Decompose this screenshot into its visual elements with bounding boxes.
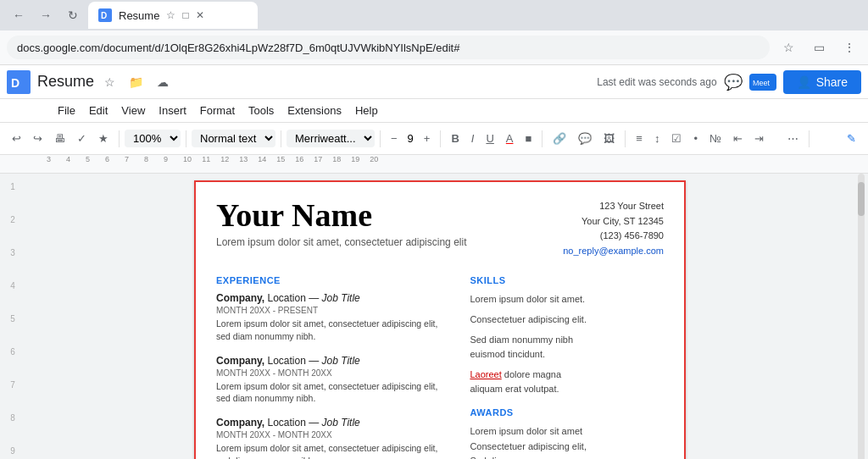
- menu-help[interactable]: Help: [348, 101, 385, 120]
- awards-line-1: Lorem ipsum dolor sit ametConsectetuer a…: [470, 424, 664, 459]
- align-button[interactable]: ≡: [631, 129, 648, 148]
- menu-tools[interactable]: Tools: [242, 101, 281, 120]
- svg-text:Meet: Meet: [753, 79, 771, 87]
- refresh-button[interactable]: ↻: [61, 3, 85, 27]
- doc-title[interactable]: Resume: [37, 73, 94, 91]
- link-button[interactable]: 🔗: [548, 129, 571, 148]
- toolbar-divider-2: [186, 130, 186, 147]
- comment-icon[interactable]: 💬: [724, 73, 743, 91]
- page-number-9: 9: [10, 446, 15, 456]
- svg-text:D: D: [101, 11, 107, 20]
- undo-button[interactable]: ↩: [7, 129, 26, 148]
- increase-indent-button[interactable]: ⇥: [749, 129, 769, 148]
- job-dates-2: MONTH 20XX - MONTH 20XX: [216, 368, 453, 378]
- forward-button[interactable]: →: [34, 3, 58, 27]
- menu-edit[interactable]: Edit: [82, 101, 114, 120]
- toolbar-divider-5: [440, 130, 441, 147]
- toolbar-divider-1: [119, 130, 120, 147]
- redo-button[interactable]: ↪: [28, 129, 47, 148]
- page-number-8: 8: [10, 413, 15, 423]
- back-button[interactable]: ←: [7, 3, 31, 27]
- skills-line-4: Laoreet dolore magnaaliquam erat volutpa…: [470, 368, 664, 397]
- cloud-icon[interactable]: ☁: [153, 72, 172, 92]
- menu-format[interactable]: Format: [193, 101, 242, 120]
- share-button[interactable]: 👤 Share: [783, 70, 861, 94]
- menu-file[interactable]: File: [51, 101, 82, 120]
- skills-link[interactable]: Laoreet: [470, 369, 501, 379]
- contact-email[interactable]: no_reply@example.com: [563, 244, 664, 259]
- active-tab[interactable]: D Resume ☆ □ ✕: [88, 2, 258, 29]
- folder-icon[interactable]: 📁: [125, 72, 147, 92]
- right-column: SKILLS Lorem ipsum dolor sit amet. Conse…: [470, 272, 664, 459]
- job-desc-2: Lorem ipsum dolor sit amet, consectetuer…: [216, 380, 453, 405]
- job-location-1: Location —: [267, 292, 321, 304]
- highlight-button[interactable]: ■: [520, 129, 537, 148]
- edit-mode-button[interactable]: ✎: [842, 129, 861, 148]
- scrollbar-thumb[interactable]: [858, 182, 865, 216]
- resume-name[interactable]: Your Name: [216, 199, 466, 231]
- extensions-icon[interactable]: ▭: [807, 36, 831, 59]
- right-sidebar: [854, 174, 868, 459]
- menu-view[interactable]: View: [114, 101, 152, 120]
- job-dates-3: MONTH 20XX - MONTH 20XX: [216, 430, 453, 440]
- ruler: 3 4 5 6 7 8 9 10 11 12 13 14 15 16 17 18…: [0, 155, 868, 174]
- job-role-1: Job Title: [322, 292, 360, 304]
- underline-button[interactable]: U: [481, 129, 498, 148]
- contact-phone: (123) 456-7890: [563, 229, 664, 244]
- resume-tagline: Lorem ipsum dolor sit amet, consectetuer…: [216, 236, 466, 248]
- decrease-indent-button[interactable]: ⇤: [728, 129, 748, 148]
- menu-icon[interactable]: ⋮: [837, 36, 861, 59]
- checklist-button[interactable]: ☑: [666, 129, 687, 148]
- image-button[interactable]: 🖼: [598, 129, 620, 148]
- skills-line-2: Consectetuer adipiscing elit.: [470, 312, 664, 328]
- paint-format-button[interactable]: ★: [93, 129, 114, 148]
- text-color-button[interactable]: A: [501, 129, 519, 148]
- comment-inline-button[interactable]: 💬: [573, 129, 597, 148]
- font-select[interactable]: Merriweatt...: [287, 130, 375, 147]
- italic-button[interactable]: I: [466, 129, 480, 148]
- tab-star-icon[interactable]: ☆: [166, 9, 175, 21]
- star-icon[interactable]: ☆: [101, 72, 119, 92]
- style-select[interactable]: Normal text: [192, 130, 275, 147]
- doc-area[interactable]: Your Name Lorem ipsum dolor sit amet, co…: [25, 174, 854, 459]
- toolbar-divider-8: [809, 130, 810, 147]
- name-section: Your Name Lorem ipsum dolor sit amet, co…: [216, 199, 466, 258]
- tab-close-button[interactable]: ✕: [196, 9, 204, 21]
- clear-format-button[interactable]: ⁠: [771, 129, 781, 148]
- job-entry-1: Company, Location — Job Title MONTH 20XX…: [216, 292, 453, 342]
- document-page[interactable]: Your Name Lorem ipsum dolor sit amet, co…: [194, 180, 686, 459]
- bold-button[interactable]: B: [446, 129, 464, 148]
- scrollbar-track: [858, 174, 865, 459]
- spell-check-button[interactable]: ✓: [72, 129, 92, 148]
- job-role-2: Job Title: [322, 355, 360, 367]
- page-numbers: 1 2 3 4 5 6 7 8 9 10 11 12 13 14: [0, 174, 25, 459]
- header-right-actions: 💬 Meet 👤 Share: [724, 70, 861, 94]
- docs-app: D Resume ☆ 📁 ☁ Last edit was seconds ago…: [0, 65, 868, 459]
- google-meet-icon[interactable]: Meet: [749, 74, 776, 91]
- experience-title: EXPERIENCE: [216, 275, 453, 285]
- awards-title: AWARDS: [470, 407, 664, 418]
- job-desc-3: Lorem ipsum dolor sit amet, consectetuer…: [216, 442, 453, 459]
- menu-extensions[interactable]: Extensions: [281, 101, 348, 120]
- job-title-line-2: Company, Location — Job Title: [216, 355, 453, 367]
- zoom-select[interactable]: 100%: [125, 130, 181, 147]
- job-dates-1: MONTH 20XX - PRESENT: [216, 306, 453, 315]
- job-title-line-1: Company, Location — Job Title: [216, 292, 453, 304]
- bullets-button[interactable]: •: [688, 129, 703, 148]
- print-button[interactable]: 🖶: [49, 129, 70, 148]
- numbered-list-button[interactable]: №: [704, 129, 726, 148]
- url-input[interactable]: docs.google.com/document/d/1OlqEr8G26xhi…: [7, 36, 770, 59]
- increase-font-button[interactable]: +: [419, 129, 436, 148]
- menu-insert[interactable]: Insert: [152, 101, 193, 120]
- two-column-layout: EXPERIENCE Company, Location — Job Title…: [216, 272, 664, 459]
- line-spacing-button[interactable]: ↕: [649, 129, 665, 148]
- left-column: EXPERIENCE Company, Location — Job Title…: [216, 272, 453, 459]
- last-edit-status[interactable]: Last edit was seconds ago: [597, 76, 716, 88]
- skills-title: SKILLS: [470, 275, 664, 285]
- more-button[interactable]: ⋯: [782, 129, 804, 148]
- tab-pip-icon[interactable]: □: [182, 9, 188, 21]
- contact-street: 123 Your Street: [563, 199, 664, 214]
- decrease-font-button[interactable]: −: [386, 129, 403, 148]
- job-location-2: Location —: [267, 355, 321, 367]
- bookmark-icon[interactable]: ☆: [776, 36, 800, 59]
